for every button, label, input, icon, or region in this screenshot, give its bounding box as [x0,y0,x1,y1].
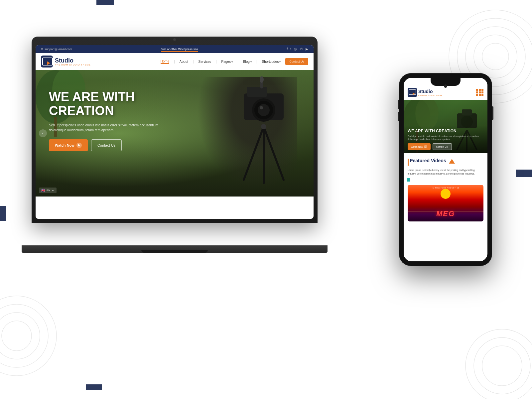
phone-movie-title: MEG [408,209,483,218]
svg-point-3 [2,321,32,351]
dot-3 [481,89,483,91]
phone-featured-title-row: Featured Videos [408,158,483,166]
hero-buttons: Watch Now ▶ Contact Us [49,139,195,151]
nav-sep-2: | [193,60,194,64]
topbar-left: ✉ support@.email.com [41,48,72,51]
nav-home[interactable]: Home [161,60,170,64]
phone-menu-dots[interactable] [476,89,483,96]
nav-services[interactable]: Services [199,60,211,64]
top-square-decoration [96,0,114,5]
dot-6 [481,91,483,93]
logo-text: Studio PREMIUM STUDIO THEME [55,57,91,66]
svg-point-2 [0,313,40,359]
phone-logo-name: Studio [418,89,433,94]
phone-contact-button[interactable]: Contact Us! [433,143,452,150]
phone-hero: WE ARE WITH CREATION Sed ut perspiciatis… [404,100,487,153]
phone-screen: Studio PREMIUM STUDIO THEME [404,78,487,261]
hero-prev-button[interactable]: ‹ [39,129,47,137]
phone-hero-content: WE ARE WITH CREATION Sed ut perspiciatis… [404,125,487,153]
nav-blog[interactable]: Blog [243,60,252,64]
nav-contact-button[interactable]: Contact Us [285,58,308,65]
nav-links: Home | About | Services | Pages | Blog |… [161,58,308,65]
bottom-square-decoration [86,384,102,390]
hero-camera-svg [191,73,304,193]
svg-line-20 [244,127,264,180]
phone-movie-sun [441,189,451,199]
laptop-body: ✉ support@.email.com Just another Wordpr… [32,37,318,223]
youtube-icon[interactable]: ▶ [306,47,308,51]
svg-point-10 [474,337,530,394]
site-hero: ‹ WE ARE WITH CREATION Sed ut perspiciat… [36,70,314,197]
watch-now-button[interactable]: Watch Now ▶ [49,139,88,151]
laptop-camera [173,38,176,41]
svg-point-16 [258,104,270,116]
email-icon: ✉ [41,48,43,51]
nav-pages[interactable]: Pages [221,60,233,64]
svg-rect-13 [247,87,267,97]
laptop-screen: ✉ support@.email.com Just another Wordpr… [36,45,314,219]
logo-icon [41,56,53,67]
chevron-up-icon: ▲ [52,189,54,192]
phone-notch [431,78,461,86]
svg-line-22 [264,127,284,180]
flag-icon: 🇬🇧 [41,189,45,192]
phone-logo-tagline: PREMIUM STUDIO THEME [418,94,443,96]
dot-8 [479,94,481,96]
phone-movie-label: IN THEATERS AUGUST 10 [432,187,459,189]
laptop-base-notch [141,250,208,253]
phone-featured-section: Featured Videos Lorem Ipsum is simply du… [404,153,487,226]
phone-logo: Studio PREMIUM STUDIO THEME [408,88,443,97]
svg-point-17 [260,106,263,109]
hero-description: Sed ut perspiciatis unde omnis iste natu… [49,123,175,133]
svg-point-8 [482,43,509,70]
phone-hero-buttons: Watch Now ▶ Contact Us! [408,143,483,150]
left-square-decoration [0,206,6,221]
site-topbar: ✉ support@.email.com Just another Wordpr… [36,45,314,53]
svg-point-23 [261,124,266,129]
featured-diamond-icon [449,159,455,164]
phone-camera [444,84,447,88]
dot-7 [476,94,478,96]
site-navbar: Studio PREMIUM STUDIO THEME Home | About… [36,53,314,70]
language-label: EN [47,189,50,192]
site-logo: Studio PREMIUM STUDIO THEME [41,56,91,67]
dot-4 [476,91,478,93]
laptop-base [22,245,328,253]
nav-shortcodes[interactable]: Shortcodes [262,60,281,64]
phone-hero-title: WE ARE WITH CREATION [408,129,483,133]
phone-logo-icon [408,88,417,97]
nav-sep-1: | [174,60,175,64]
dot-5 [479,91,481,93]
twitter-icon[interactable]: t [290,47,291,51]
laptop-mockup: ✉ support@.email.com Just another Wordpr… [32,37,321,253]
language-selector[interactable]: 🇬🇧 EN ▲ [39,188,57,193]
phone-power-button [492,106,493,120]
nav-sep-5: | [256,60,257,64]
phone-volume-up-button [398,100,399,109]
phone-mockup: Studio PREMIUM STUDIO THEME [399,73,492,279]
phone-watch-button[interactable]: Watch Now ▶ [408,143,431,150]
svg-point-19 [260,76,264,83]
phone-hero-desc: Sed ut perspiciatis unde omnis iste natu… [408,135,483,141]
play-icon: ▶ [76,143,82,148]
svg-point-7 [474,35,517,78]
instagram-icon[interactable]: ◎ [294,47,297,51]
teal-square [407,178,410,182]
pinterest-icon[interactable]: ℗ [300,47,303,51]
svg-point-9 [466,329,532,399]
logo-name: Studio [55,57,73,64]
hero-title: WE ARE WITH CREATION [49,90,195,118]
svg-rect-32 [462,109,472,115]
nav-about[interactable]: About [180,60,188,64]
hero-contact-button[interactable]: Contact Us [91,139,122,151]
hero-content: WE ARE WITH CREATION Sed ut perspiciatis… [49,90,195,151]
phone-movie-poster: IN THEATERS AUGUST 10 MEG [408,185,483,221]
logo-tagline: PREMIUM STUDIO THEME [55,64,91,66]
dot-1 [476,89,478,91]
nav-sep-3: | [216,60,217,64]
topbar-tagline: Just another Wordpress site [161,48,198,51]
phone-play-icon: ▶ [424,145,427,148]
facebook-icon[interactable]: f [287,47,288,51]
featured-accent-bar [408,159,409,166]
phone-featured-title: Featured Videos [410,158,446,163]
